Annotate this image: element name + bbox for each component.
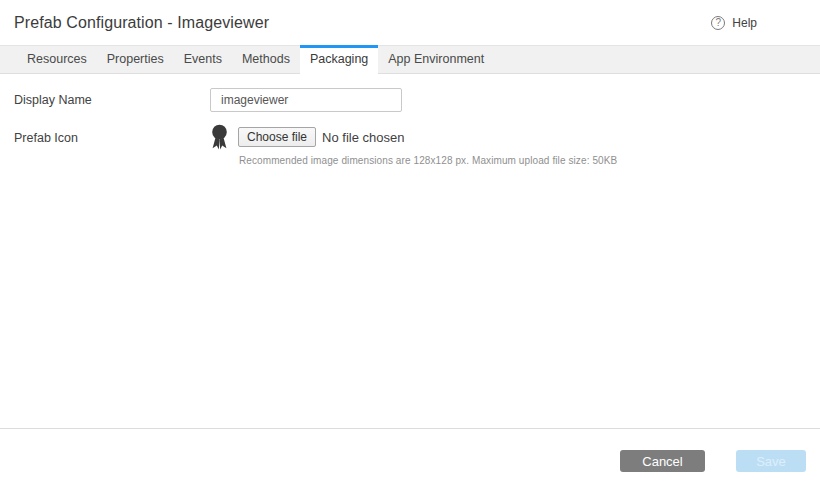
prefab-configuration-dialog: Prefab Configuration - Imageviewer ? Hel…: [0, 0, 820, 491]
no-file-chosen-text: No file chosen: [322, 130, 404, 145]
choose-file-button[interactable]: Choose file: [238, 127, 316, 147]
award-ribbon-icon: [210, 124, 229, 150]
footer-divider: [0, 428, 820, 429]
display-name-input[interactable]: [210, 88, 402, 112]
file-upload-control: Choose file No file chosen: [210, 124, 617, 150]
display-name-row: Display Name: [14, 88, 820, 112]
footer-actions: Cancel Save: [620, 450, 806, 472]
display-name-label: Display Name: [14, 93, 210, 107]
help-label: Help: [732, 16, 757, 30]
prefab-icon-row: Prefab Icon Choose file No file chosen R…: [14, 124, 820, 166]
header: Prefab Configuration - Imageviewer ? Hel…: [0, 0, 820, 45]
cancel-button[interactable]: Cancel: [620, 450, 705, 472]
tab-bar: Resources Properties Events Methods Pack…: [0, 45, 820, 74]
tab-events[interactable]: Events: [174, 45, 232, 74]
tab-properties[interactable]: Properties: [97, 45, 174, 74]
packaging-panel: Display Name Prefab Icon Choose file No …: [0, 74, 820, 166]
tab-packaging[interactable]: Packaging: [300, 45, 378, 74]
tab-app-environment[interactable]: App Environment: [378, 45, 494, 74]
save-button[interactable]: Save: [736, 450, 806, 472]
help-icon: ?: [711, 16, 725, 30]
tab-methods[interactable]: Methods: [232, 45, 300, 74]
page-title: Prefab Configuration - Imageviewer: [14, 14, 269, 32]
tab-resources[interactable]: Resources: [17, 45, 97, 74]
upload-hint-text: Recommended image dimensions are 128x128…: [239, 155, 617, 166]
help-link[interactable]: ? Help: [711, 16, 757, 30]
prefab-icon-label: Prefab Icon: [14, 124, 210, 166]
prefab-icon-field: Choose file No file chosen Recommended i…: [210, 124, 617, 166]
